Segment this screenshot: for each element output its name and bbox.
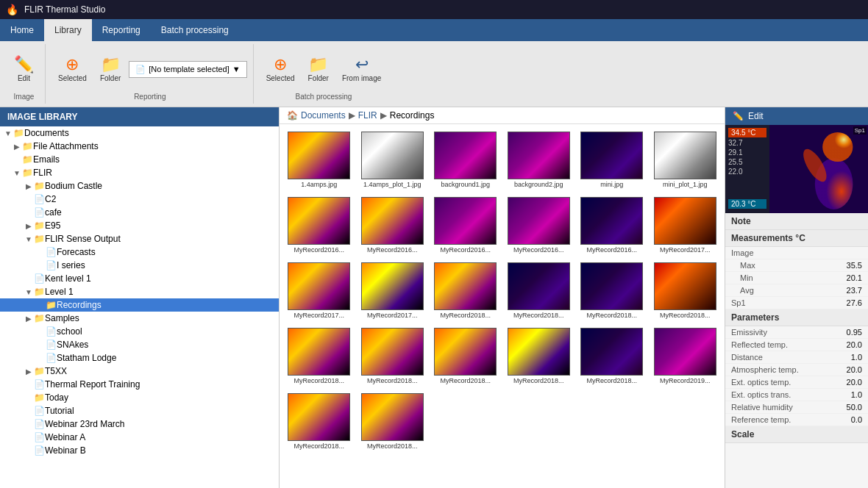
image-item[interactable]: background2.jpg — [505, 130, 573, 190]
reporting-folder-button[interactable]: 📁 Folder — [95, 53, 126, 86]
sidebar-item-level-1[interactable]: ▼ 📁 Level 1 — [0, 285, 279, 298]
image-item[interactable]: 1.4amps_plot_1.jpg — [359, 130, 427, 190]
image-item[interactable]: MyRecord2016... — [432, 195, 499, 255]
image-item[interactable]: MyRecord2017... — [359, 261, 427, 320]
sidebar-item-kent[interactable]: 📄 Kent level 1 — [0, 272, 279, 285]
image-item[interactable]: MyRecord2018... — [285, 326, 353, 386]
thumbnail — [508, 132, 570, 179]
menu-library[interactable]: Library — [44, 19, 92, 41]
sidebar-item-snakes[interactable]: 📄 SNAkes — [0, 338, 279, 351]
sidebar-item-today[interactable]: 📁 Today — [0, 391, 279, 404]
toggle-icon[interactable]: ▼ — [24, 288, 34, 296]
sp1-label: Sp1 — [853, 126, 867, 134]
sidebar-item-school[interactable]: 📄 school — [0, 325, 279, 338]
file-icon: 📄 — [34, 419, 45, 429]
sidebar-item-samples[interactable]: ▶ 📁 Samples — [0, 312, 279, 325]
sidebar-item-e95[interactable]: ▶ 📁 E95 — [0, 219, 279, 232]
image-item[interactable]: MyRecord2018... — [359, 326, 427, 386]
measurements-image-row: Image — [725, 247, 868, 259]
sidebar-item-file-attachments[interactable]: ▶ 📁 File Attachments — [0, 140, 279, 153]
image-group-label: Image — [14, 91, 35, 101]
sidebar-item-flir[interactable]: ▼ 📁 FLIR — [0, 166, 279, 179]
sidebar-item-cafe[interactable]: 📄 cafe — [0, 206, 279, 219]
sidebar-item-i-series[interactable]: 📄 I series — [0, 259, 279, 272]
image-item[interactable]: MyRecord2016... — [359, 195, 427, 255]
atm-temp-label: Atmospheric temp. — [731, 365, 799, 374]
menu-reporting[interactable]: Reporting — [92, 19, 151, 41]
template-selector[interactable]: 📄 [No template selected] ▼ — [129, 61, 246, 78]
breadcrumb: 🏠 Documents ▶ FLIR ▶ Recordings — [280, 107, 725, 124]
menu-home[interactable]: Home — [0, 19, 44, 41]
toggle-icon[interactable]: ▼ — [24, 235, 34, 243]
breadcrumb-recordings: Recordings — [390, 110, 435, 121]
sidebar-item-documents[interactable]: ▼ 📁 Documents — [0, 126, 279, 140]
sidebar-item-t5xx[interactable]: ▶ 📁 T5XX — [0, 365, 279, 378]
edit-button[interactable]: ✏️ Edit — [9, 53, 39, 86]
measurements-section-title: Measurements °C — [725, 230, 868, 247]
edit-panel-button[interactable]: ✏️ Edit — [725, 107, 868, 125]
sidebar-item-recordings[interactable]: 📁 Recordings — [0, 298, 279, 312]
edit-label: Edit — [18, 74, 30, 82]
toggle-icon[interactable]: ▶ — [24, 315, 34, 323]
image-item[interactable]: MyRecord2016... — [285, 195, 353, 255]
image-item[interactable]: mini_plot_1.jpg — [652, 130, 719, 190]
menu-batch-processing[interactable]: Batch processing — [151, 19, 239, 41]
toggle-icon[interactable]: ▶ — [24, 367, 34, 376]
edit-pencil-icon: ✏️ — [733, 111, 744, 121]
thumbnail — [508, 197, 570, 245]
toggle-icon[interactable]: ▶ — [24, 222, 34, 230]
reference-temp-value: 0.0 — [851, 415, 862, 424]
toggle-icon[interactable]: ▶ — [24, 182, 34, 190]
right-panel: ✏️ Edit 34.5 °C 32.7 29.1 25.5 22.0 20.3… — [725, 107, 868, 488]
breadcrumb-flir[interactable]: FLIR — [358, 110, 377, 121]
batch-selected-button[interactable]: ⊕ Selected — [261, 53, 300, 86]
image-item[interactable]: MyRecord2018... — [505, 261, 573, 320]
sidebar-item-tutorial[interactable]: 📄 Tutorial — [0, 404, 279, 417]
image-item[interactable]: MyRecord2019... — [652, 326, 719, 386]
image-item[interactable]: MyRecord2018... — [432, 261, 499, 320]
image-item[interactable]: MyRecord2018... — [505, 326, 573, 386]
image-label: Image — [731, 248, 754, 257]
batch-folder-button[interactable]: 📁 Folder — [303, 53, 334, 86]
image-item[interactable]: 1.4amps.jpg — [285, 130, 353, 190]
image-item[interactable]: MyRecord2016... — [578, 195, 646, 255]
sidebar-item-forecasts[interactable]: 📄 Forecasts — [0, 245, 279, 259]
image-item[interactable]: mini.jpg — [578, 130, 646, 190]
sidebar-item-c2[interactable]: 📄 C2 — [0, 193, 279, 206]
sp1-value-label: Sp1 — [731, 298, 746, 307]
folder-icon: 📁 — [46, 300, 57, 310]
image-item[interactable]: background1.jpg — [432, 130, 499, 190]
toggle-icon[interactable]: ▼ — [12, 169, 22, 177]
image-item[interactable]: MyRecord2018... — [578, 261, 646, 320]
sidebar-item-emails[interactable]: 📁 Emails — [0, 153, 279, 166]
sidebar-item-bodium-castle[interactable]: ▶ 📁 Bodium Castle — [0, 179, 279, 193]
image-item[interactable]: MyRecord2018... — [652, 261, 719, 320]
sidebar-item-webinar-march[interactable]: 📄 Webinar 23rd March — [0, 417, 279, 431]
image-item[interactable]: MyRecord2017... — [285, 261, 353, 320]
from-image-button[interactable]: ↩ From image — [337, 53, 386, 86]
image-item[interactable]: MyRecord2017... — [652, 195, 719, 255]
image-item[interactable]: MyRecord2018... — [359, 392, 427, 451]
avg-label: Avg — [731, 286, 754, 295]
image-item[interactable]: MyRecord2016... — [505, 195, 573, 255]
sidebar-item-webinar-b[interactable]: 📄 Webinar B — [0, 444, 279, 457]
sidebar-item-flir-sense[interactable]: ▼ 📁 FLIR Sense Output — [0, 232, 279, 245]
image-item[interactable]: MyRecord2018... — [285, 392, 353, 451]
sidebar-item-statham-lodge[interactable]: 📄 Statham Lodge — [0, 351, 279, 365]
sidebar-item-webinar-a[interactable]: 📄 Webinar A — [0, 431, 279, 444]
template-icon: 📄 — [135, 65, 146, 74]
toggle-icon[interactable]: ▶ — [12, 143, 22, 151]
sidebar-item-thermal-report[interactable]: 📄 Thermal Report Training — [0, 378, 279, 391]
toggle-icon[interactable]: ▼ — [3, 129, 13, 137]
file-icon: 📄 — [34, 207, 45, 218]
reporting-selected-button[interactable]: ⊕ Selected — [53, 53, 92, 86]
thumbnail — [361, 262, 424, 310]
file-icon: 📄 — [46, 353, 57, 363]
reflected-temp-value: 20.0 — [847, 340, 862, 349]
folder-icon: 📁 — [22, 141, 33, 151]
sidebar: IMAGE LIBRARY ▼ 📁 Documents ▶ 📁 File Att… — [0, 107, 280, 488]
image-item[interactable]: MyRecord2018... — [432, 326, 499, 386]
breadcrumb-documents[interactable]: Documents — [301, 110, 346, 121]
image-item[interactable]: MyRecord2018... — [578, 326, 646, 386]
thermal-preview: 34.5 °C 32.7 29.1 25.5 22.0 20.3 °C Sp1 — [725, 125, 868, 213]
